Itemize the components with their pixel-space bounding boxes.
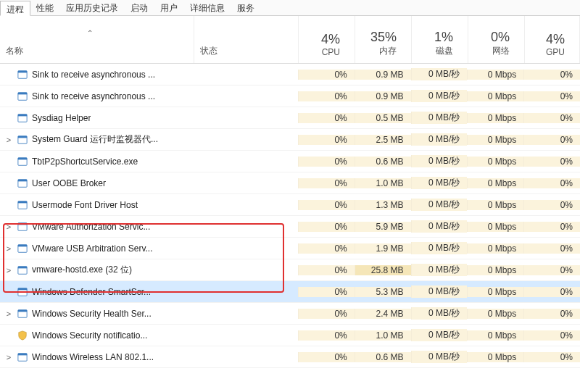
svg-rect-5 — [18, 114, 27, 116]
metric-net: 0 Mbps — [467, 200, 523, 210]
column-header-网络[interactable]: 0%网络 — [468, 16, 525, 63]
process-name-cell[interactable]: Usermode Font Driver Host — [0, 200, 194, 210]
tab-5[interactable]: 详细信息 — [184, 0, 231, 15]
table-row[interactable]: >System Guard 运行时监视器代...0%2.5 MB0 MB/秒0 … — [0, 129, 580, 151]
process-name-label: Sysdiag Helper — [32, 113, 91, 123]
process-name-cell[interactable]: Sink to receive asynchronous ... — [0, 91, 194, 101]
column-headers: ⌃ 名称 状态 4%CPU35%内存1%磁盘0%网络4%GPU — [0, 16, 580, 64]
metric-mem: 0.5 MB — [355, 113, 411, 123]
column-header-CPU[interactable]: 4%CPU — [299, 16, 355, 63]
metric-gpu: 0% — [523, 352, 580, 362]
table-row[interactable]: User OOBE Broker0%1.0 MB0 MB/秒0 Mbps0% — [0, 172, 580, 194]
svg-rect-23 — [18, 309, 27, 312]
window-icon — [17, 243, 28, 254]
window-icon — [17, 200, 28, 210]
metric-mem: 2.5 MB — [355, 135, 411, 145]
tab-2[interactable]: 应用历史记录 — [60, 0, 125, 15]
metric-cpu: 0% — [298, 70, 355, 80]
metric-gpu: 0% — [523, 70, 580, 80]
table-row[interactable]: >vmware-hostd.exe (32 位)0%25.8 MB0 MB/秒0… — [0, 259, 580, 281]
metric-gpu: 0% — [523, 91, 580, 101]
table-row[interactable]: >Windows Wireless LAN 802.1...0%0.6 MB0 … — [0, 346, 580, 368]
metric-net: 0 Mbps — [467, 330, 523, 341]
column-header-内存[interactable]: 35%内存 — [355, 16, 412, 63]
table-row[interactable]: Sysdiag Helper0%0.5 MB0 MB/秒0 Mbps0% — [0, 107, 580, 129]
process-name-cell[interactable]: User OOBE Broker — [0, 178, 194, 188]
metric-disk: 0 MB/秒 — [411, 199, 468, 211]
table-row[interactable]: Sink to receive asynchronous ...0%0.9 MB… — [0, 64, 580, 86]
process-name-cell[interactable]: >VMware Authorization Servic... — [0, 222, 194, 232]
svg-rect-21 — [18, 288, 27, 290]
window-icon — [17, 157, 28, 167]
expand-chevron-icon[interactable]: > — [3, 135, 14, 144]
table-row[interactable]: Windows Security notificatio...0%1.0 MB0… — [0, 325, 580, 346]
metric-gpu: 0% — [523, 309, 580, 319]
metric-mem: 1.3 MB — [355, 200, 411, 210]
process-name-cell[interactable]: >vmware-hostd.exe (32 位) — [0, 264, 194, 276]
metric-cpu: 0% — [298, 309, 355, 319]
column-header-name[interactable]: ⌃ 名称 — [0, 16, 194, 63]
window-icon — [17, 287, 28, 297]
metric-gpu: 0% — [523, 135, 580, 145]
expand-chevron-icon[interactable]: > — [3, 309, 14, 318]
metric-disk: 0 MB/秒 — [411, 155, 468, 167]
svg-rect-3 — [18, 92, 27, 94]
metric-cpu: 0% — [298, 330, 355, 341]
tab-4[interactable]: 用户 — [154, 0, 184, 15]
column-header-GPU[interactable]: 4%GPU — [525, 16, 580, 63]
tab-6[interactable]: 服务 — [231, 0, 261, 15]
table-row[interactable]: TbtP2pShortcutService.exe0%0.6 MB0 MB/秒0… — [0, 151, 580, 172]
metric-cpu: 0% — [298, 91, 355, 101]
metric-mem: 5.3 MB — [355, 287, 411, 297]
metric-cpu: 0% — [298, 157, 355, 167]
metric-cpu: 0% — [298, 222, 355, 232]
process-list: Sink to receive asynchronous ...0%0.9 MB… — [0, 64, 580, 368]
metric-net: 0 Mbps — [467, 113, 523, 123]
process-name-cell[interactable]: Sysdiag Helper — [0, 113, 194, 123]
process-name-cell[interactable]: >Windows Wireless LAN 802.1... — [0, 352, 194, 362]
metric-mem: 25.8 MB — [355, 265, 411, 275]
metric-disk: 0 MB/秒 — [411, 307, 468, 320]
metric-cpu: 0% — [298, 113, 355, 123]
process-name-label: TbtP2pShortcutService.exe — [32, 157, 138, 167]
process-name-label: VMware USB Arbitration Serv... — [32, 243, 153, 254]
column-header-磁盘[interactable]: 1%磁盘 — [412, 16, 468, 63]
metric-mem: 1.0 MB — [355, 330, 411, 341]
expand-chevron-icon[interactable]: > — [3, 353, 14, 362]
process-name-cell[interactable]: Windows Defender SmartScr... — [0, 287, 194, 297]
expand-chevron-icon[interactable]: > — [3, 244, 14, 253]
table-row[interactable]: Windows Defender SmartScr...0%5.3 MB0 MB… — [0, 281, 580, 303]
tab-0[interactable]: 进程 — [0, 1, 30, 16]
process-name-cell[interactable]: Sink to receive asynchronous ... — [0, 70, 194, 80]
metric-cpu: 0% — [298, 352, 355, 362]
metric-gpu: 0% — [523, 178, 580, 188]
expand-chevron-icon[interactable]: > — [3, 222, 14, 231]
process-name-cell[interactable]: TbtP2pShortcutService.exe — [0, 157, 194, 167]
tab-1[interactable]: 性能 — [30, 0, 60, 15]
metric-gpu: 0% — [523, 222, 580, 232]
metric-net: 0 Mbps — [467, 157, 523, 167]
expand-chevron-icon[interactable]: > — [3, 266, 14, 275]
process-name-label: Sink to receive asynchronous ... — [32, 70, 155, 80]
process-name-label: Sink to receive asynchronous ... — [32, 91, 155, 101]
metric-disk: 0 MB/秒 — [411, 177, 468, 189]
metric-gpu: 0% — [523, 113, 580, 123]
process-name-cell[interactable]: Windows Security notificatio... — [0, 330, 194, 341]
window-icon — [17, 222, 28, 232]
tab-3[interactable]: 启动 — [125, 0, 154, 15]
window-icon — [17, 265, 28, 275]
process-name-cell[interactable]: >VMware USB Arbitration Serv... — [0, 243, 194, 254]
table-row[interactable]: Usermode Font Driver Host0%1.3 MB0 MB/秒0… — [0, 194, 580, 216]
metric-mem: 5.9 MB — [355, 222, 411, 232]
table-row[interactable]: Sink to receive asynchronous ...0%0.9 MB… — [0, 86, 580, 107]
metric-net: 0 Mbps — [467, 243, 523, 254]
column-header-status[interactable]: 状态 — [194, 16, 299, 63]
metric-mem: 1.0 MB — [355, 178, 411, 188]
svg-rect-15 — [18, 222, 27, 225]
process-name-cell[interactable]: >System Guard 运行时监视器代... — [0, 133, 194, 146]
process-name-cell[interactable]: >Windows Security Health Ser... — [0, 309, 194, 319]
table-row[interactable]: >VMware USB Arbitration Serv...0%1.9 MB0… — [0, 238, 580, 259]
table-row[interactable]: >VMware Authorization Servic...0%5.9 MB0… — [0, 216, 580, 238]
table-row[interactable]: >Windows Security Health Ser...0%2.4 MB0… — [0, 303, 580, 325]
metric-net: 0 Mbps — [467, 265, 523, 275]
